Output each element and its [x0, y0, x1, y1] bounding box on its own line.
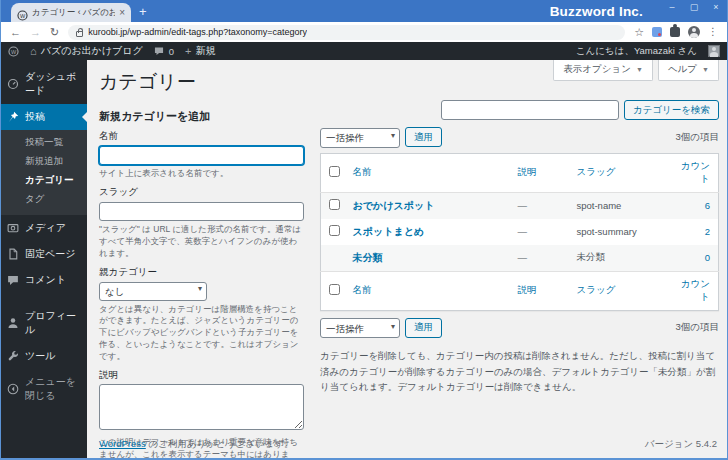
sort-count-header[interactable]: カウント — [681, 160, 710, 184]
browser-profile-icon[interactable] — [688, 26, 700, 38]
admin-bar-site-link[interactable]: ⌂ バズのお出かけブログ — [30, 44, 143, 58]
wrench-icon — [7, 350, 19, 362]
category-name-link[interactable]: おでかけスポット — [353, 200, 435, 211]
sidebar-item-categories[interactable]: カテゴリー — [1, 171, 87, 190]
description-textarea[interactable] — [99, 384, 304, 430]
select-all-checkbox[interactable] — [329, 166, 340, 177]
wordpress-logo-icon[interactable]: W — [8, 46, 19, 57]
category-count-link[interactable]: 0 — [705, 252, 710, 263]
sort-description-header[interactable]: 説明 — [517, 166, 536, 177]
sidebar-item-collapse-menu[interactable]: メニューを閉じる — [1, 369, 87, 409]
admin-bar-new[interactable]: + 新規 — [185, 44, 215, 58]
admin-content: 表示オプション ▼ ヘルプ ▼ カテゴリー 新規カテゴリーを追加 名前 サイト上… — [87, 60, 727, 460]
version-text: バージョン 5.4.2 — [645, 438, 717, 451]
chevron-down-icon: ▼ — [702, 66, 709, 73]
table-header-row: 名前 説明 スラッグ カウント — [321, 153, 719, 192]
sort-name-header[interactable]: 名前 — [353, 166, 372, 177]
category-list-panel: カテゴリーを検索 一括操作 適用 3個の項目 — [320, 98, 719, 460]
new-tab-button[interactable]: + — [139, 5, 147, 18]
bookmark-star-icon[interactable]: ☆ — [634, 27, 644, 38]
help-button[interactable]: ヘルプ ▼ — [658, 60, 719, 81]
browser-menu-icon[interactable]: ⋮ — [708, 27, 718, 37]
close-button[interactable]: × — [705, 0, 727, 15]
sidebar-item-profile[interactable]: プロフィール — [1, 303, 87, 343]
slug-help: "スラッグ" は URL に適した形式の名前です。通常はすべて半角小文字で、英数… — [99, 224, 304, 260]
sidebar-item-add-new[interactable]: 新規追加 — [1, 152, 87, 171]
window-brand-title: Buzzword Inc. — [550, 4, 643, 19]
category-count-link[interactable]: 6 — [705, 200, 710, 211]
table-row: 未分類 — 未分類 0 — [321, 245, 719, 272]
delete-category-note: カテゴリーを削除しても、カテゴリー内の投稿は削除されません。ただし、投稿に割り当… — [320, 348, 719, 395]
plus-icon: + — [185, 46, 191, 57]
search-categories-button[interactable]: カテゴリーを検索 — [624, 100, 719, 120]
home-icon: ⌂ — [30, 46, 37, 57]
bulk-action-select-top[interactable]: 一括操作 — [320, 128, 400, 148]
parent-category-select[interactable]: なし — [99, 282, 207, 301]
maximize-button[interactable]: ▢ — [683, 0, 705, 15]
pin-icon — [7, 111, 19, 123]
bulk-action-select-wrap-bottom: 一括操作 — [320, 318, 400, 339]
comment-bubble-icon — [154, 46, 165, 57]
sort-slug-header[interactable]: スラッグ — [577, 166, 616, 177]
media-icon — [7, 222, 19, 234]
admin-footer: WordPress のご利用ありがとうございます。 バージョン 5.4.2 — [99, 438, 717, 451]
select-all-checkbox-bottom[interactable] — [329, 284, 340, 295]
addressbar-actions: ☆ ⋮ — [634, 26, 718, 38]
admin-bar-greeting[interactable]: こんにちは、Yamazaki さん — [576, 45, 697, 58]
category-name-link[interactable]: 未分類 — [353, 252, 383, 263]
search-input[interactable] — [441, 100, 619, 120]
admin-bar-comments[interactable]: 0 — [154, 46, 174, 57]
svg-text:W: W — [20, 13, 26, 19]
lock-icon — [76, 31, 83, 37]
row-checkbox[interactable] — [329, 225, 340, 236]
sidebar-item-dashboard[interactable]: ダッシュボード — [1, 64, 87, 104]
wordpress-link[interactable]: WordPress — [99, 438, 146, 449]
sidebar-separator — [1, 293, 87, 303]
slug-input[interactable] — [99, 202, 304, 221]
wordpress-favicon-icon: W — [17, 7, 28, 18]
sidebar-item-comments[interactable]: コメント — [1, 267, 87, 293]
back-icon[interactable]: ← — [10, 27, 21, 38]
items-count-top: 3個の項目 — [675, 131, 719, 144]
sort-name-header-bottom[interactable]: 名前 — [353, 284, 372, 295]
dashboard-icon — [7, 78, 19, 90]
apply-button-top[interactable]: 適用 — [405, 127, 442, 147]
extension-blue-icon[interactable] — [652, 27, 662, 37]
sidebar-item-tools[interactable]: ツール — [1, 343, 87, 369]
sidebar-item-all-posts[interactable]: 投稿一覧 — [1, 133, 87, 152]
category-slug: 未分類 — [569, 245, 669, 272]
collapse-arrow-icon — [7, 383, 19, 395]
sort-description-header-bottom[interactable]: 説明 — [517, 284, 536, 295]
user-avatar[interactable] — [708, 45, 720, 57]
sidebar-item-tags[interactable]: タグ — [1, 190, 87, 209]
sidebar-item-pages[interactable]: 固定ページ — [1, 241, 87, 267]
browser-window: W カテゴリー ‹ バズのお出かけブログ — W × + Buzzword In… — [0, 0, 728, 460]
category-description: — — [509, 245, 568, 272]
sidebar-item-posts[interactable]: 投稿 — [1, 104, 87, 130]
window-controls: – ▢ × — [661, 0, 727, 15]
name-input[interactable] — [99, 146, 304, 165]
apply-button-bottom[interactable]: 適用 — [405, 318, 442, 338]
page-icon — [7, 248, 19, 260]
category-count-link[interactable]: 2 — [705, 226, 710, 237]
sort-slug-header-bottom[interactable]: スラッグ — [577, 284, 616, 295]
url-bar[interactable]: kuroobi.jp/wp-admin/edit-tags.php?taxono… — [68, 25, 625, 40]
chevron-down-icon: ▼ — [636, 66, 643, 73]
extensions-puzzle-icon[interactable] — [670, 27, 680, 37]
forward-icon[interactable]: → — [30, 27, 41, 38]
sidebar-item-media[interactable]: メディア — [1, 215, 87, 241]
screen-options-button[interactable]: 表示オプション ▼ — [553, 60, 653, 81]
url-text: kuroobi.jp/wp-admin/edit-tags.php?taxono… — [88, 27, 307, 37]
browser-tab[interactable]: W カテゴリー ‹ バズのお出かけブログ — W × — [11, 3, 131, 22]
admin-bar-site-name: バズのお出かけブログ — [41, 44, 143, 58]
category-slug: spot-summary — [569, 219, 669, 245]
row-checkbox[interactable] — [329, 199, 340, 210]
minimize-button[interactable]: – — [661, 0, 683, 15]
table-row: おでかけスポット — spot-name 6 — [321, 192, 719, 219]
reload-icon[interactable]: ↻ — [50, 27, 59, 38]
tab-close-icon[interactable]: × — [119, 8, 125, 18]
table-row: スポットまとめ — spot-summary 2 — [321, 219, 719, 245]
category-name-link[interactable]: スポットまとめ — [353, 226, 425, 237]
sort-count-header-bottom[interactable]: カウント — [681, 278, 710, 302]
bulk-action-select-bottom[interactable]: 一括操作 — [320, 318, 400, 338]
